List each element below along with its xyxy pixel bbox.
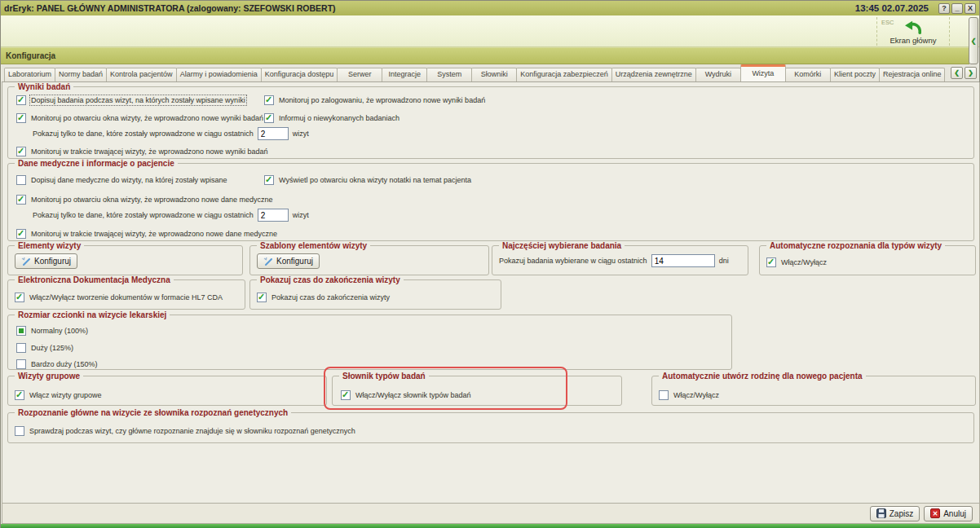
checkbox-rodzina-wlacz[interactable]: Włącz/Wyłącz xyxy=(659,389,719,400)
checkbox-informuj-niewykonane[interactable]: Informuj o niewykonanych badaniach xyxy=(264,112,400,123)
checkbox-unchecked[interactable] xyxy=(16,175,26,185)
home-screen-button[interactable]: ESC Ekran główny xyxy=(876,17,950,46)
checkbox-checked[interactable] xyxy=(766,257,776,267)
checkbox-checked[interactable] xyxy=(16,147,26,156)
checkbox-monitoruj-trakcie-wyniki[interactable]: Monitoruj w trakcie trwającej wizyty, że… xyxy=(16,146,267,156)
footer-bar: Zapisz ✕ Anuluj xyxy=(2,503,980,524)
configure-templates-button[interactable]: Konfiguruj xyxy=(257,253,320,269)
checkbox-rozpoznania-wlacz[interactable]: Włącz/Wyłącz xyxy=(766,257,827,267)
checkbox-checked[interactable] xyxy=(16,113,26,123)
group-wizyty-grupowe: Wizyty grupowe Włącz wizyty grupowe xyxy=(7,376,327,406)
checkbox-filled[interactable] xyxy=(16,326,26,336)
checkbox-edm-hl7[interactable]: Włącz/Wyłącz tworzenie dokumentów w form… xyxy=(15,292,223,302)
tab-integracje[interactable]: Integracje xyxy=(382,68,427,81)
checkbox-dopisuj-dane-medyczne[interactable]: Dopisuj dane medyczne do wizyty, na któr… xyxy=(16,174,227,185)
configure-elements-button[interactable]: Konfiguruj xyxy=(15,253,77,269)
pokazuj-dane-row: Pokazuj tylko te dane, które zostały wpr… xyxy=(33,127,309,140)
wizyt-count-input[interactable] xyxy=(258,127,289,140)
section-header: Konfiguracja xyxy=(1,47,969,64)
checkbox-checked[interactable] xyxy=(16,95,26,105)
group-rodzina-pacjenta: Automatycznie utwórz rodzinę dla nowego … xyxy=(651,376,976,406)
checkbox-unchecked[interactable] xyxy=(15,426,24,436)
tab-konfiguracja-zabezpieczen[interactable]: Konfiguracja zabezpieczeń xyxy=(516,68,612,81)
checkbox-slownik-typow-badan[interactable]: Włącz/Wyłącz słownik typów badań xyxy=(341,389,470,400)
checkbox-checked[interactable] xyxy=(264,95,274,105)
collapse-chevron-icon: ❮ xyxy=(971,37,977,45)
checkbox-checked[interactable] xyxy=(16,229,26,239)
collapse-panel-button[interactable]: ❮ xyxy=(969,17,978,64)
group-najczesciej-badania: Najczęściej wybierane badania Pokazuj ba… xyxy=(492,245,748,275)
save-icon xyxy=(876,508,886,518)
minimize-button[interactable]: _ xyxy=(951,3,963,14)
group-title: Pokazuj czas do zakończenia wizyty xyxy=(257,275,404,284)
checkbox-wizyty-grupowe[interactable]: Włącz wizyty grupowe xyxy=(15,389,102,400)
group-title: Wyniki badań xyxy=(15,82,73,91)
checkbox-dopisuj-badania[interactable]: Dopisuj badania podczas wizyt, na któryc… xyxy=(16,95,245,105)
group-edm: Elektroniczna Dokumentacja Medyczna Włąc… xyxy=(7,279,245,310)
help-button[interactable]: ? xyxy=(938,3,950,14)
tab-wizyta-selected[interactable]: Wizyta xyxy=(740,64,786,82)
group-title: Najczęściej wybierane badania xyxy=(499,241,625,250)
save-button[interactable]: Zapisz xyxy=(870,506,920,521)
tab-wydruki[interactable]: Wydruki xyxy=(695,68,741,81)
checkbox-monitoruj-otwarciu-wyniki[interactable]: Monitoruj po otwarciu okna wizyty, że wp… xyxy=(16,112,263,123)
tab-normy-badan[interactable]: Normy badań xyxy=(55,68,107,81)
tab-konfiguracja-dostepu[interactable]: Konfiguracja dostępu xyxy=(261,68,338,81)
tab-komorki[interactable]: Komórki xyxy=(785,68,831,81)
dni-suffix-label: dni xyxy=(719,257,729,265)
checkbox-unchecked[interactable] xyxy=(16,343,26,353)
tabs-scroll-left-button[interactable]: ❮ xyxy=(951,67,963,79)
checkbox-checked[interactable] xyxy=(264,113,274,123)
tabs-scroll-right-button[interactable]: ❯ xyxy=(965,67,977,79)
section-title: Konfiguracja xyxy=(6,51,55,60)
configure-icon xyxy=(21,257,31,266)
option-font-xlarge[interactable]: Bardzo duży (150%) xyxy=(16,359,98,369)
checkbox-monitoruj-otwarciu-dane[interactable]: Monitoruj po otwarciu okna wizyty, że wp… xyxy=(16,194,273,205)
pokazuj-dane-label: Pokazuj tylko te dane, które zostały wpr… xyxy=(33,211,254,219)
home-screen-label: Ekran główny xyxy=(877,36,949,45)
group-title: Elementy wizyty xyxy=(15,241,84,250)
checkbox-checked[interactable] xyxy=(264,175,274,185)
tab-rejestracja-online[interactable]: Rejestracja online xyxy=(879,68,946,81)
tab-serwer[interactable]: Serwer xyxy=(337,68,382,81)
option-font-normal[interactable]: Normalny (100%) xyxy=(16,325,88,336)
group-title: Elektroniczna Dokumentacja Medyczna xyxy=(15,275,174,284)
pokazuj-dane-label: Pokazuj tylko te dane, które zostały wpr… xyxy=(33,130,254,138)
checkbox-checked[interactable] xyxy=(257,293,267,302)
dni-count-input[interactable] xyxy=(651,254,715,267)
checkbox-sprawdzaj-rozpoznanie[interactable]: Sprawdzaj podczas wizyt, czy główne rozp… xyxy=(15,425,355,436)
tab-alarmy-i-powiadomienia[interactable]: Alarmy i powiadomienia xyxy=(176,68,262,81)
tab-klient-poczty[interactable]: Klient poczty xyxy=(830,68,880,81)
checkbox-checked[interactable] xyxy=(341,390,351,400)
checkbox-checked[interactable] xyxy=(15,293,24,302)
option-font-large[interactable]: Duży (125%) xyxy=(16,342,73,353)
group-wyniki-badan: Wyniki badań Dopisuj badania podczas wiz… xyxy=(7,86,974,159)
checkbox-unchecked[interactable] xyxy=(16,359,26,369)
group-title: Słownik typów badań xyxy=(339,372,429,381)
application-window: drEryk: PANEL GŁÓWNY ADMINISTRATORA (zal… xyxy=(0,0,980,528)
window-title: drEryk: PANEL GŁÓWNY ADMINISTRATORA (zal… xyxy=(4,3,336,13)
cancel-button[interactable]: ✕ Anuluj xyxy=(924,506,973,521)
group-title: Dane medyczne i informacje o pacjencie xyxy=(15,159,178,168)
tab-slowniki[interactable]: Słowniki xyxy=(471,68,517,81)
tab-urzadzenia-zewnetrzne[interactable]: Urządzenia zewnętrzne xyxy=(611,68,696,81)
tab-kontrola-pacjentow[interactable]: Kontrola pacjentów xyxy=(106,68,177,81)
wizyt-count-input[interactable] xyxy=(258,209,289,222)
close-button[interactable]: X xyxy=(965,3,976,14)
wizyt-suffix-label: wizyt xyxy=(293,130,309,138)
checkbox-monitoruj-trakcie-dane[interactable]: Monitoruj w trakcie trwającej wizyty, że… xyxy=(16,228,277,239)
checkbox-checked[interactable] xyxy=(15,390,24,400)
checkbox-checked[interactable] xyxy=(16,195,26,205)
checkbox-wyswietl-notatki[interactable]: Wyświetl po otwarciu okna wizyty notatki… xyxy=(264,174,471,185)
group-title: Automatyczne rozpoznania dla typów wizyt… xyxy=(766,241,945,250)
checkbox-unchecked[interactable] xyxy=(659,390,669,400)
checkbox-pokazuj-czas[interactable]: Pokazuj czas do zakończenia wizyty xyxy=(257,292,390,302)
checkbox-monitoruj-zalogowaniu[interactable]: Monitoruj po zalogowaniu, że wprowadzono… xyxy=(264,95,485,105)
group-automatyczne-rozpoznania: Automatyczne rozpoznania dla typów wizyt… xyxy=(759,245,976,275)
tab-laboratorium[interactable]: Laboratorium xyxy=(4,68,55,81)
title-bar: drEryk: PANEL GŁÓWNY ADMINISTRATORA (zal… xyxy=(1,1,979,15)
status-bar xyxy=(1,524,980,528)
group-title: Rozmiar czcionki na wizycie lekarskiej xyxy=(15,310,170,319)
tab-system[interactable]: System xyxy=(426,68,472,81)
group-title: Automatycznie utwórz rodzinę dla nowego … xyxy=(659,372,866,381)
